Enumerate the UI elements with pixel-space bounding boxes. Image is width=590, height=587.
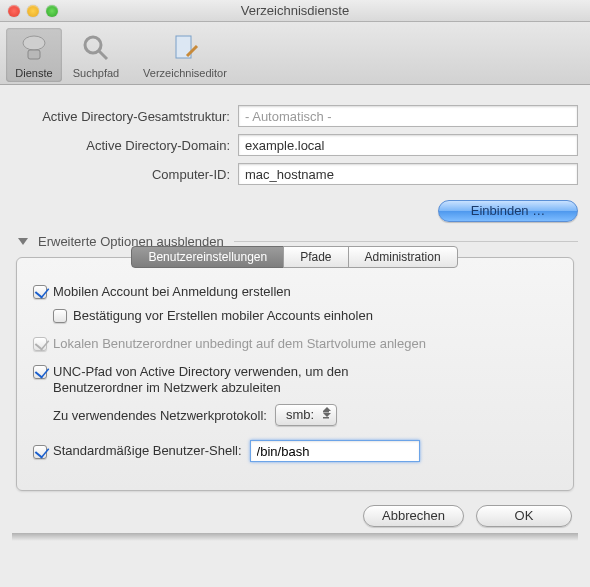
default-shell-checkbox[interactable] bbox=[33, 445, 47, 459]
divider bbox=[234, 241, 578, 242]
protocol-label: Zu verwendendes Netzwerkprotokoll: bbox=[53, 408, 267, 423]
svg-point-0 bbox=[23, 36, 45, 50]
confirm-mobile-label: Bestätigung vor Erstellen mobiler Accoun… bbox=[73, 308, 373, 324]
svg-line-3 bbox=[99, 51, 107, 59]
toolbar-searchpath-label: Suchpfad bbox=[68, 67, 124, 79]
svg-rect-1 bbox=[28, 50, 40, 59]
svg-point-2 bbox=[85, 37, 101, 53]
toolbar-searchpath[interactable]: Suchpfad bbox=[68, 28, 124, 82]
confirm-mobile-checkbox[interactable] bbox=[53, 309, 67, 323]
tab-paths[interactable]: Pfade bbox=[283, 246, 348, 268]
mobile-account-checkbox[interactable] bbox=[33, 285, 47, 299]
stepper-icon bbox=[323, 407, 331, 417]
toolbar-services[interactable]: Dienste bbox=[6, 28, 62, 82]
globe-server-icon bbox=[18, 32, 50, 64]
cancel-button[interactable]: Abbrechen bbox=[363, 505, 464, 527]
document-pencil-icon bbox=[169, 32, 201, 64]
tab-administration[interactable]: Administration bbox=[348, 246, 458, 268]
computer-id-input[interactable] bbox=[238, 163, 578, 185]
bind-button[interactable]: Einbinden … bbox=[438, 200, 578, 222]
computer-id-label: Computer-ID: bbox=[12, 167, 238, 182]
magnifier-icon bbox=[80, 32, 112, 64]
toolbar-directory-editor[interactable]: Verzeichniseditor bbox=[130, 28, 240, 82]
forest-input[interactable] bbox=[238, 105, 578, 127]
disclosure-triangle-icon[interactable] bbox=[18, 238, 28, 245]
toolbar-services-label: Dienste bbox=[6, 67, 62, 79]
default-shell-label: Standardmäßige Benutzer-Shell: bbox=[53, 443, 242, 459]
ok-button[interactable]: OK bbox=[476, 505, 572, 527]
domain-label: Active Directory-Domain: bbox=[12, 138, 238, 153]
drop-shadow bbox=[12, 533, 578, 541]
protocol-value: smb: bbox=[286, 407, 314, 422]
toolbar: Dienste Suchpfad Verzeichniseditor bbox=[0, 22, 590, 85]
default-shell-input[interactable] bbox=[250, 440, 420, 462]
tab-user-settings[interactable]: Benutzereinstellungen bbox=[131, 246, 284, 268]
forest-label: Active Directory-Gesamtstruktur: bbox=[12, 109, 238, 124]
domain-input[interactable] bbox=[238, 134, 578, 156]
local-home-checkbox bbox=[33, 337, 47, 351]
unc-path-label: UNC-Pfad von Active Directory verwenden,… bbox=[53, 364, 403, 396]
window-title: Verzeichnisdienste bbox=[0, 3, 590, 18]
titlebar: Verzeichnisdienste bbox=[0, 0, 590, 22]
toolbar-editor-label: Verzeichniseditor bbox=[130, 67, 240, 79]
protocol-select[interactable]: smb: bbox=[275, 404, 337, 426]
unc-path-checkbox[interactable] bbox=[33, 365, 47, 379]
advanced-options-group: Benutzereinstellungen Pfade Administrati… bbox=[16, 257, 574, 491]
local-home-label: Lokalen Benutzerordner unbedingt auf dem… bbox=[53, 336, 426, 352]
mobile-account-label: Mobilen Account bei Anmeldung erstellen bbox=[53, 284, 291, 300]
